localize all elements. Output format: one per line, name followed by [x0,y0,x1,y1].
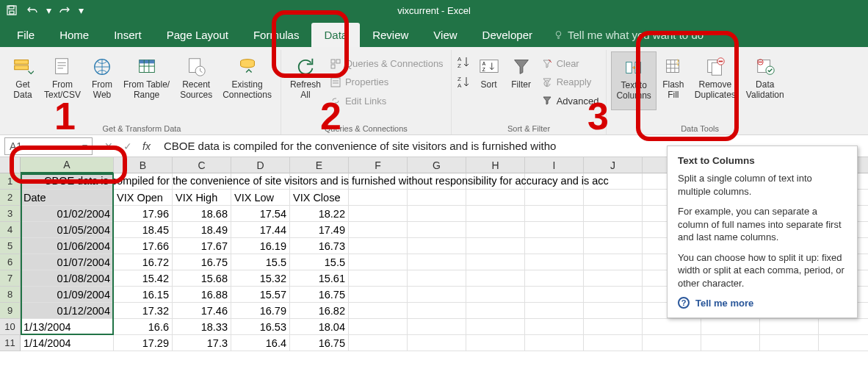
flash-fill-button[interactable]: Flash Fill [658,51,689,110]
cell-header[interactable]: VIX Open [114,190,173,206]
tab-developer[interactable]: Developer [470,23,545,47]
cell-header[interactable]: VIX High [173,190,231,206]
cell-E6[interactable]: 15.5 [290,254,349,270]
cell-B3[interactable]: 17.96 [114,206,173,222]
refresh-all-button[interactable]: Refresh All [286,51,325,110]
cell-C11[interactable]: 17.3 [173,335,231,351]
tab-view[interactable]: View [421,23,469,47]
cell-B7[interactable]: 15.42 [114,270,173,287]
cell-empty[interactable] [584,238,643,254]
cell-C6[interactable]: 16.75 [173,254,231,270]
cell-empty[interactable] [466,206,525,222]
col-head-J[interactable]: J [584,157,643,173]
row-head-8[interactable]: 8 [0,287,21,303]
cell-empty[interactable] [408,335,466,351]
edit-links-button[interactable]: Edit Links [327,93,446,108]
row-head-2[interactable]: 2 [0,190,21,206]
cell-empty[interactable] [701,319,760,335]
cell-C4[interactable]: 18.49 [173,222,231,238]
recent-sources-button[interactable]: Recent Sources [176,51,217,110]
cell-C9[interactable]: 17.46 [173,303,231,319]
cell-empty[interactable] [466,238,525,254]
cell-empty[interactable] [408,222,466,238]
cell-E7[interactable]: 15.61 [290,270,349,287]
undo-dropdown-icon[interactable]: ▾ [46,3,51,18]
properties-button[interactable]: Properties [327,75,446,90]
cell-empty[interactable] [466,270,525,287]
fx-icon[interactable]: fx [142,140,151,152]
cell-C5[interactable]: 17.67 [173,238,231,254]
tell-me-search[interactable]: Tell me what you want to do [545,23,712,47]
cell-empty[interactable] [466,319,525,335]
col-head-F[interactable]: F [349,157,408,173]
cell-empty[interactable] [408,238,466,254]
cell-E3[interactable]: 18.22 [290,206,349,222]
cell-B11[interactable]: 17.29 [114,335,173,351]
cell-A9[interactable]: 01/12/2004 [21,303,114,319]
cell-A2[interactable]: Date [21,190,114,206]
cell-E11[interactable]: 16.75 [290,335,349,351]
cell-empty[interactable] [408,270,466,287]
tab-formulas[interactable]: Formulas [241,23,312,47]
advanced-button[interactable]: Advanced [538,93,602,108]
cell-empty[interactable] [466,335,525,351]
cell-empty[interactable] [349,270,408,287]
tab-review[interactable]: Review [360,23,421,47]
cell-header[interactable]: VIX Low [231,190,290,206]
existing-connections-button[interactable]: Existing Connections [218,51,276,110]
from-text-csv-button[interactable]: From Text/CSV [40,51,85,110]
cell-empty[interactable] [525,319,584,335]
cell-empty[interactable] [408,319,466,335]
redo-icon[interactable] [57,3,72,18]
cell-empty[interactable] [701,335,760,351]
cell-A4[interactable]: 01/05/2004 [21,222,114,238]
cell-empty[interactable] [525,287,584,303]
qat-customize-icon[interactable]: ▾ [78,3,84,18]
cell-C8[interactable]: 16.88 [173,287,231,303]
cell-empty[interactable] [349,319,408,335]
cell-empty[interactable] [819,335,868,351]
cell-empty[interactable] [584,222,643,238]
filter-button[interactable]: Filter [506,51,537,110]
name-box[interactable]: A1 ▾ [4,137,93,155]
row-head-11[interactable]: 11 [0,335,21,351]
row-head-5[interactable]: 5 [0,238,21,254]
cell-E8[interactable]: 16.75 [290,287,349,303]
formula-text[interactable]: CBOE data is compiled for the convenienc… [158,140,562,152]
reapply-button[interactable]: Reapply [538,75,602,90]
cell-B9[interactable]: 17.32 [114,303,173,319]
cell-empty[interactable] [525,303,584,319]
cell-D3[interactable]: 17.54 [231,206,290,222]
cell-empty[interactable] [408,206,466,222]
enter-icon[interactable]: ✓ [123,140,132,152]
cell-empty[interactable] [584,303,643,319]
cell-empty[interactable] [466,222,525,238]
sort-button[interactable]: AZ Sort [474,51,504,110]
cell-empty[interactable] [584,190,643,206]
cell-empty[interactable] [466,190,525,206]
cell-empty[interactable] [760,335,819,351]
get-data-button[interactable]: Get Data [7,51,38,110]
sort-desc-icon[interactable]: ZA [456,74,472,93]
cell-E9[interactable]: 16.82 [290,303,349,319]
cell-A1[interactable]: CBOE data is compiled for the convenienc… [21,173,114,190]
col-head-G[interactable]: G [408,157,466,173]
cell-D7[interactable]: 15.32 [231,270,290,287]
cell-D6[interactable]: 15.5 [231,254,290,270]
cell-empty[interactable] [349,335,408,351]
cell-empty[interactable] [408,190,466,206]
text-to-columns-button[interactable]: Text to Columns [611,51,656,110]
col-head-D[interactable]: D [231,157,290,173]
cell-D11[interactable]: 16.4 [231,335,290,351]
cell-empty[interactable] [349,190,408,206]
from-web-button[interactable]: From Web [87,51,117,110]
cell-D8[interactable]: 15.57 [231,287,290,303]
from-table-range-button[interactable]: From Table/ Range [119,51,174,110]
col-head-C[interactable]: C [173,157,231,173]
cell-empty[interactable] [584,287,643,303]
tooltip-tell-me-more[interactable]: ? Tell me more [678,297,847,309]
cell-E5[interactable]: 16.73 [290,238,349,254]
cell-empty[interactable] [466,287,525,303]
cell-E4[interactable]: 17.49 [290,222,349,238]
row-head-4[interactable]: 4 [0,222,21,238]
